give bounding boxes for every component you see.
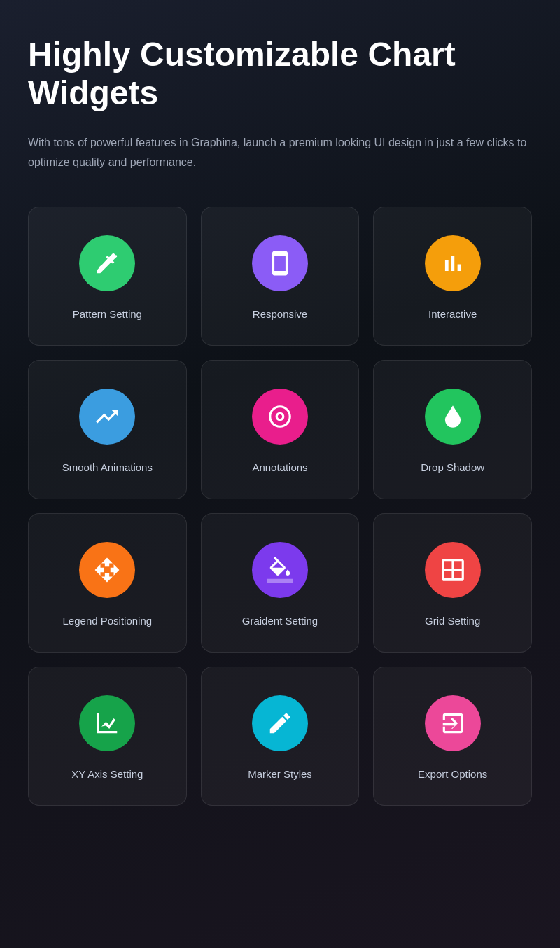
axis-icon bbox=[79, 695, 135, 751]
card-pattern-setting[interactable]: Pattern Setting bbox=[28, 207, 187, 346]
move-icon bbox=[79, 542, 135, 598]
card-export-options[interactable]: Export Options bbox=[373, 667, 532, 806]
pen-icon bbox=[252, 695, 308, 751]
card-smooth-animations[interactable]: Smooth Animations bbox=[28, 360, 187, 499]
mobile-icon bbox=[252, 235, 308, 291]
card-label-drop-shadow: Drop Shadow bbox=[421, 461, 484, 473]
card-label-legend-positioning: Legend Positioning bbox=[63, 615, 153, 627]
chart-bar-icon bbox=[425, 235, 481, 291]
subtitle: With tons of powerful features in Graphi… bbox=[28, 133, 532, 171]
card-annotations[interactable]: Annotations bbox=[201, 360, 360, 499]
fill-icon bbox=[252, 542, 308, 598]
card-grid-setting[interactable]: Grid Setting bbox=[373, 513, 532, 653]
card-label-interactive: Interactive bbox=[428, 308, 477, 320]
card-marker-styles[interactable]: Marker Styles bbox=[201, 667, 360, 806]
card-responsive[interactable]: Responsive bbox=[201, 207, 360, 346]
card-label-pattern-setting: Pattern Setting bbox=[73, 308, 142, 320]
card-label-grid-setting: Grid Setting bbox=[425, 615, 480, 627]
card-gradient-setting[interactable]: Graident Setting bbox=[201, 513, 360, 653]
card-label-responsive: Responsive bbox=[253, 308, 307, 320]
feature-grid: Pattern SettingResponsiveInteractiveSmoo… bbox=[28, 207, 532, 806]
card-interactive[interactable]: Interactive bbox=[373, 207, 532, 346]
header-section: Highly Customizable Chart Widgets With t… bbox=[28, 35, 532, 172]
card-legend-positioning[interactable]: Legend Positioning bbox=[28, 513, 187, 653]
drop-icon bbox=[425, 389, 481, 445]
card-drop-shadow[interactable]: Drop Shadow bbox=[373, 360, 532, 499]
card-label-smooth-animations: Smooth Animations bbox=[62, 461, 153, 473]
main-title: Highly Customizable Chart Widgets bbox=[28, 35, 532, 112]
card-label-marker-styles: Marker Styles bbox=[248, 768, 312, 780]
card-label-export-options: Export Options bbox=[418, 768, 487, 780]
export-icon bbox=[425, 695, 481, 751]
card-label-annotations: Annotations bbox=[252, 461, 307, 473]
target-icon bbox=[252, 389, 308, 445]
chart-up-icon bbox=[79, 389, 135, 445]
card-label-xy-axis-setting: XY Axis Setting bbox=[71, 768, 143, 780]
grid-icon bbox=[425, 542, 481, 598]
paint-brush-icon bbox=[79, 235, 135, 291]
card-label-gradient-setting: Graident Setting bbox=[242, 615, 318, 627]
card-xy-axis-setting[interactable]: XY Axis Setting bbox=[28, 667, 187, 806]
